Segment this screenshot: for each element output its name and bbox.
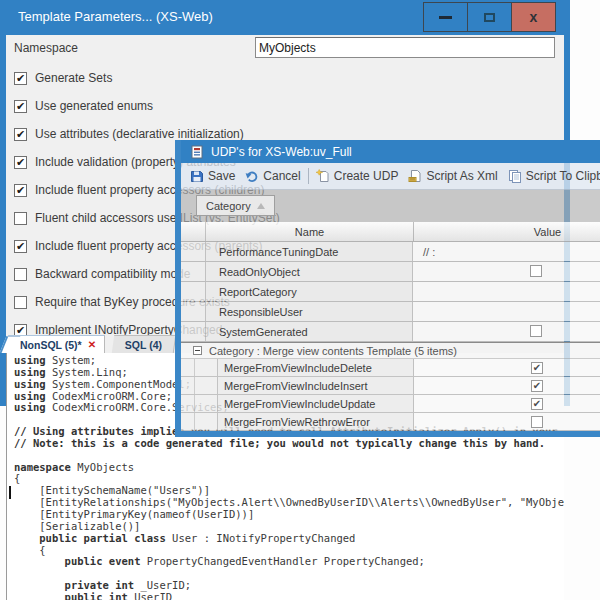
checkbox-box[interactable]: ✔ — [14, 156, 27, 169]
grid-header-value[interactable]: Value — [414, 222, 600, 241]
group-indent — [181, 413, 195, 430]
row-indicator — [195, 377, 218, 394]
grid-row-performancetuningdate[interactable]: PerformanceTuningDate// : — [181, 242, 600, 262]
value-checkbox[interactable] — [530, 325, 542, 337]
property-value-cell[interactable] — [413, 322, 600, 341]
maximize-button[interactable] — [467, 2, 512, 32]
tab-nonsql[interactable]: NonSQL (5)* ✕ — [8, 335, 105, 353]
checkbox-box[interactable]: ✔ — [14, 100, 27, 113]
row-indicator — [195, 395, 218, 412]
grid-header-row: NameValue — [181, 222, 600, 242]
grid-row-mergefromviewincludeinsert[interactable]: MergeFromViewIncludeInsert✔ — [181, 377, 600, 395]
group-indent — [181, 377, 195, 394]
copy-icon — [508, 169, 522, 183]
row-indicator — [181, 242, 206, 261]
property-value-cell[interactable]: // : — [413, 242, 600, 261]
minimize-icon — [439, 16, 452, 19]
template-window-titlebar[interactable]: Template Parameters... (XS-Web) x — [0, 0, 570, 35]
group-by-panel: Category — [181, 190, 600, 222]
xml-script-button[interactable]: Script As Xml — [403, 165, 502, 187]
sort-ascending-icon — [257, 203, 265, 209]
value-checkbox[interactable]: ✔ — [531, 380, 543, 392]
value-checkbox[interactable]: ✔ — [531, 398, 543, 410]
row-indicator — [181, 322, 206, 341]
new-document-icon — [316, 169, 330, 183]
code-line: namespace MyObjects — [14, 462, 564, 474]
grid-row-reportcategory[interactable]: ReportCategory — [181, 282, 600, 302]
grid-row-responsibleuser[interactable]: ResponsibleUser — [181, 302, 600, 322]
value-checkbox[interactable] — [531, 416, 543, 428]
udp-toolbar: SaveCancelCreate UDPScript As XmlScript … — [181, 163, 600, 190]
copy-button[interactable]: Script To Clipboard — [503, 165, 600, 187]
property-value-cell[interactable]: ✔ — [414, 395, 600, 412]
grid-row-systemgenerated[interactable]: SystemGenerated — [181, 322, 600, 342]
tab-label: SQL (4) — [125, 339, 162, 351]
checkbox-backward-compatibility-mode[interactable]: Backward compatibility mode — [14, 266, 190, 282]
group-by-category-chip[interactable]: Category — [196, 195, 275, 216]
checkbox-label: Use attributes (declarative initializati… — [35, 127, 244, 141]
group-by-label: Category — [206, 200, 251, 212]
property-value-cell[interactable] — [413, 282, 600, 301]
group-header-label: Category : Merge view contents Template … — [209, 345, 457, 357]
checkbox-box[interactable] — [14, 268, 27, 281]
value-checkbox[interactable] — [530, 265, 542, 277]
property-name-cell: ReadOnlyObject — [206, 262, 413, 281]
grid-row-mergefromviewrethrowerror[interactable]: MergeFromViewRethrowError — [181, 413, 600, 431]
toolbar-separator — [308, 168, 309, 184]
property-value-cell[interactable] — [413, 302, 600, 321]
close-icon: x — [530, 10, 538, 24]
tab-close-icon[interactable]: ✕ — [88, 339, 96, 350]
grid-header-name[interactable]: Name — [206, 222, 414, 241]
checkbox-label: Backward compatibility mode — [35, 267, 190, 281]
value-checkbox[interactable]: ✔ — [531, 362, 543, 374]
maximize-icon — [484, 13, 495, 22]
value-text: // : — [423, 246, 435, 258]
grid-row-mergefromviewincludedelete[interactable]: MergeFromViewIncludeDelete✔ — [181, 359, 600, 377]
undo-button[interactable]: Cancel — [240, 165, 305, 187]
new-document-button[interactable]: Create UDP — [311, 165, 404, 187]
collapse-group-icon[interactable] — [193, 346, 202, 355]
checkbox-box[interactable]: ✔ — [14, 72, 27, 85]
property-value-cell[interactable]: ✔ — [414, 377, 600, 394]
checkbox-box[interactable] — [14, 296, 27, 309]
namespace-label: Namespace — [14, 41, 78, 55]
checkbox-box[interactable]: ✔ — [14, 128, 27, 141]
row-indicator — [195, 413, 218, 430]
code-line: public int UserID — [14, 592, 564, 600]
toolbar-button-label: Cancel — [263, 169, 300, 183]
property-name-cell: MergeFromViewRethrowError — [218, 413, 414, 430]
udp-document-icon — [190, 145, 204, 159]
property-name-cell: ResponsibleUser — [206, 302, 413, 321]
grid-group-header[interactable]: Category : Merge view contents Template … — [181, 342, 600, 359]
grid-row-mergefromviewincludeupdate[interactable]: MergeFromViewIncludeUpdate✔ — [181, 395, 600, 413]
property-name-cell: SystemGenerated — [206, 322, 413, 341]
namespace-input[interactable] — [255, 37, 555, 58]
udp-window-titlebar[interactable]: UDP's for XS-Web:uv_Full — [181, 140, 600, 163]
code-line: // Note: this is a code generated file; … — [14, 438, 564, 450]
row-indicator — [181, 282, 206, 301]
close-button[interactable]: x — [511, 2, 556, 32]
checkbox-box[interactable]: ✔ — [14, 240, 27, 253]
property-name-cell: MergeFromViewIncludeUpdate — [218, 395, 414, 412]
checkbox-box[interactable] — [14, 212, 27, 225]
save-button[interactable]: Save — [185, 165, 240, 187]
property-value-cell[interactable] — [414, 413, 600, 430]
toolbar-button-label: Save — [208, 169, 235, 183]
checkbox-box[interactable]: ✔ — [14, 184, 27, 197]
row-indicator — [181, 302, 206, 321]
udp-window-title: UDP's for XS-Web:uv_Full — [211, 145, 352, 159]
row-indicator — [195, 359, 218, 376]
text-caret — [9, 486, 11, 499]
checkbox-generate-sets[interactable]: ✔Generate Sets — [14, 70, 112, 86]
property-value-cell[interactable] — [413, 262, 600, 281]
minimize-button[interactable] — [423, 2, 468, 32]
toolbar-button-label: Create UDP — [334, 169, 399, 183]
property-value-cell[interactable]: ✔ — [414, 359, 600, 376]
checkbox-use-generated-enums[interactable]: ✔Use generated enums — [14, 98, 153, 114]
window-title: Template Parameters... (XS-Web) — [18, 9, 213, 24]
grid-row-readonlyobject[interactable]: ReadOnlyObject — [181, 262, 600, 282]
property-name-cell: PerformanceTuningDate — [206, 242, 413, 261]
property-name-cell: MergeFromViewIncludeInsert — [218, 377, 414, 394]
tab-sql[interactable]: SQL (4) — [112, 335, 177, 353]
udp-window: UDP's for XS-Web:uv_Full SaveCancelCreat… — [175, 140, 600, 437]
